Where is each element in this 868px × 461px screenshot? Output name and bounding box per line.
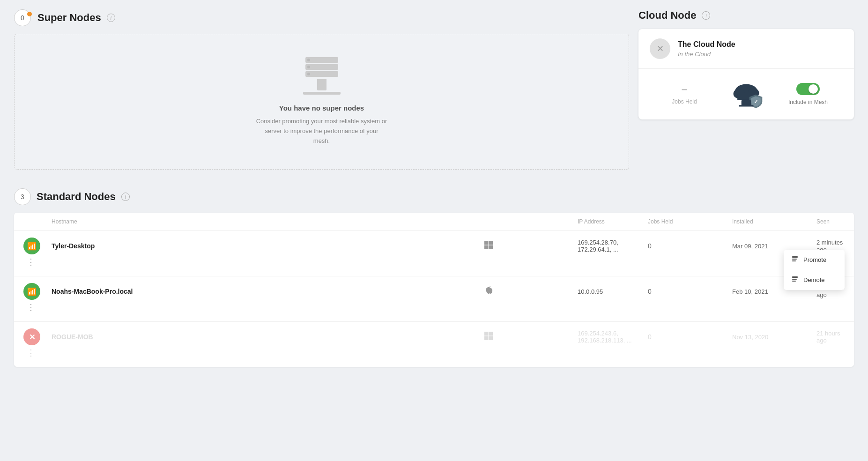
svg-rect-13 [792,260,796,261]
super-nodes-area: 0 Super Nodes i [14,9,629,170]
svg-rect-16 [792,281,796,282]
svg-rect-5 [742,100,751,106]
context-menu: Promote Demote [784,250,845,290]
promote-label: Promote [803,256,826,263]
super-nodes-header: 0 Super Nodes i [14,9,629,26]
header-jobs: Jobs Held [648,218,732,225]
empty-desc: Consider promoting your most reliable sy… [256,117,387,146]
header-installed: Installed [732,218,816,225]
super-nodes-empty-state: You have no super nodes Consider promoti… [14,34,629,170]
ip-1: 169.254.28.70, 172.29.64.1, ... [578,239,648,253]
more-button-3[interactable]: ⋮ [23,345,38,360]
cloud-node-title: Cloud Node [638,9,696,22]
notification-dot [27,12,32,16]
hostname-1: Tyler-Desktop [52,242,484,250]
status-indicator-red: ✕ [23,328,40,345]
page-container: 0 Super Nodes i [0,0,868,376]
promote-icon [791,255,799,264]
status-cell-2: 📶 [23,283,52,300]
ip-3: 169.254.243.6, 192.168.218.113, ... [578,330,648,344]
super-nodes-info-icon[interactable]: i [107,14,115,22]
table-row: 📶 Noahs-MacBook-Pro.local 10.0.0.95 0 Fe… [14,276,854,322]
svg-rect-9 [484,245,489,249]
os-icon-apple [484,286,578,297]
header-os [484,218,578,225]
include-in-mesh-toggle[interactable] [796,83,820,95]
more-button-1[interactable]: ⋮ [23,254,38,269]
header-status [23,218,52,225]
status-indicator-green-2: 📶 [23,283,40,300]
cloud-node-name: The Cloud Node [678,40,735,49]
empty-title: You have no super nodes [279,104,364,112]
super-nodes-title: Super Nodes [37,12,101,24]
cloud-icon: ✓ [730,80,763,108]
svg-rect-18 [489,332,493,336]
cloud-node-card-header: ✕ The Cloud Node In the Cloud [638,29,854,69]
seen-3: 21 hours ago [816,330,845,344]
jobs-held-stat: – Jobs Held [653,84,715,105]
cloud-node-avatar: ✕ [650,38,670,59]
cloud-node-info-icon[interactable]: i [702,11,710,20]
status-cell-3: ✕ [23,328,52,345]
svg-rect-8 [489,241,493,245]
jobs-1: 0 [648,242,732,250]
jobs-3: 0 [648,333,732,341]
svg-rect-7 [484,241,489,245]
include-in-mesh-label: Include in Mesh [788,99,828,105]
standard-nodes-section: 3 Standard Nodes i Hostname IP Address J… [14,188,854,367]
svg-rect-11 [792,256,798,258]
os-icon-windows-3 [484,331,578,343]
cloud-node-area: Cloud Node i ✕ The Cloud Node In the Clo… [638,9,854,170]
cloud-node-stats: – Jobs Held [638,69,854,119]
cloud-node-location: In the Cloud [678,51,735,58]
svg-rect-19 [484,336,489,340]
header-hostname: Hostname [52,218,484,225]
installed-1: Mar 09, 2021 [732,243,816,250]
demote-label: Demote [803,276,825,283]
installed-3: Nov 13, 2020 [732,334,816,341]
table-row: ✕ ROGUE-MOB 169.254.243.6, 192.168.218.1… [14,322,854,367]
svg-rect-10 [489,245,493,249]
demote-icon [791,275,799,284]
status-cell-1: 📶 [23,238,52,254]
wifi-icon: 📶 [27,242,37,251]
svg-rect-12 [792,259,797,260]
more-button-2[interactable]: ⋮ [23,300,38,315]
nodes-table: Hostname IP Address Jobs Held Installed … [14,213,854,367]
svg-rect-6 [739,105,754,106]
cloud-node-info: The Cloud Node In the Cloud [678,40,735,58]
svg-rect-17 [484,332,489,336]
standard-nodes-badge: 3 [14,188,31,205]
table-header: Hostname IP Address Jobs Held Installed … [14,213,854,231]
wifi-icon-2: 📶 [27,287,37,296]
jobs-held-value: – [682,84,687,95]
x-status-icon: ✕ [29,333,35,342]
standard-nodes-info-icon[interactable]: i [121,193,130,201]
jobs-2: 0 [648,288,732,295]
cloud-node-card: ✕ The Cloud Node In the Cloud – Jobs Hel… [638,29,854,119]
status-indicator-green: 📶 [23,238,40,254]
demote-menu-item[interactable]: Demote [784,270,845,290]
top-section: 0 Super Nodes i [14,9,854,170]
promote-menu-item[interactable]: Promote [784,250,845,270]
server-illustration [303,57,341,95]
standard-nodes-header: 3 Standard Nodes i [14,188,854,205]
cloud-node-header-section: Cloud Node i [638,9,854,22]
ip-2: 10.0.0.95 [578,288,648,295]
jobs-held-label: Jobs Held [672,98,697,105]
svg-text:✓: ✓ [754,98,758,105]
standard-nodes-title: Standard Nodes [37,191,116,203]
close-icon: ✕ [657,44,664,54]
cloud-icon-container: ✓ [715,80,777,108]
svg-rect-15 [792,279,797,280]
hostname-3: ROGUE-MOB [52,333,484,341]
header-seen: Seen [816,218,845,225]
svg-rect-14 [792,276,798,278]
include-in-mesh-container: Include in Mesh [777,83,839,105]
svg-rect-20 [489,336,493,340]
table-row: 📶 Tyler-Desktop 169.254.28.70, 172.29.64… [14,231,854,276]
os-icon-windows [484,240,578,252]
header-ip: IP Address [578,218,648,225]
hostname-2: Noahs-MacBook-Pro.local [52,288,484,295]
